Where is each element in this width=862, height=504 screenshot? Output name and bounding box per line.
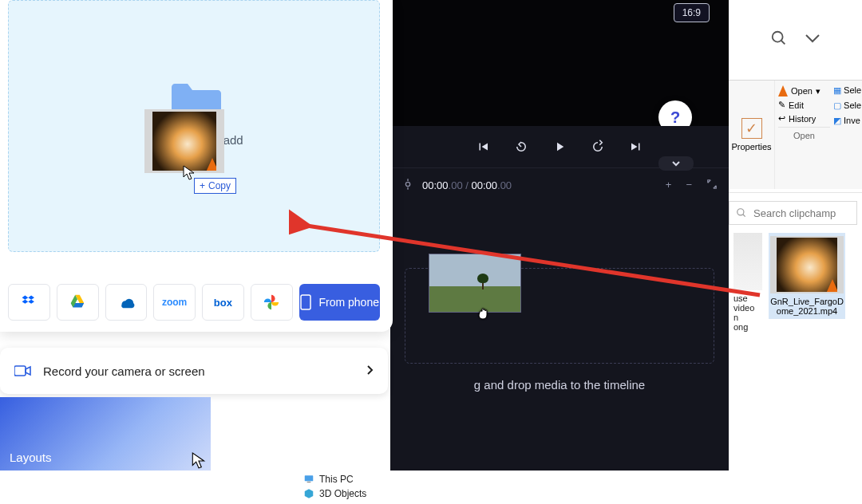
camera-icon — [14, 364, 32, 377]
svg-point-0 — [405, 182, 409, 186]
dropbox-source-button[interactable] — [8, 284, 50, 321]
tree-item[interactable]: This PC — [303, 472, 476, 486]
zoom-source-button[interactable]: zoom — [153, 284, 196, 321]
media-dropzone[interactable]: Drop media to add + Copy — [8, 0, 380, 252]
timeline-toolbar: 00:00.00 / 00:00.00 + − — [390, 167, 729, 203]
open-menu-button[interactable]: Open ▾ — [778, 85, 830, 96]
dragging-clip-thumbnail[interactable] — [429, 254, 521, 313]
timecode-display: 00:00.00 / 00:00.00 — [422, 179, 512, 191]
explorer-ribbon: ✓ Properties Open ▾ ✎ Edit ↩ History Ope… — [729, 81, 862, 189]
plus-icon: + — [200, 180, 205, 191]
box-source-button[interactable]: box — [202, 284, 244, 321]
explorer-file-grid: use video n ong GnR_Live_FargoDome_2021.… — [729, 225, 862, 340]
google-drive-source-button[interactable] — [57, 284, 99, 321]
cursor-icon — [192, 452, 206, 472]
import-sources-row: zoom box From phone — [8, 284, 380, 321]
cube-icon — [303, 488, 314, 499]
play-icon[interactable] — [552, 140, 567, 154]
media-import-panel: Drop media to add + Copy — [0, 0, 393, 332]
video-thumbnail — [770, 236, 844, 293]
checkmark-icon: ✓ — [741, 118, 762, 139]
video-editor-panel: 16:9 ? 00:00.00 / 00:00.00 + − — [390, 0, 729, 471]
history-icon: ↩ — [778, 113, 785, 124]
audio-icon[interactable] — [401, 178, 414, 193]
ribbon-group-label: Open — [778, 127, 830, 144]
explorer-tree-snippet: This PC 3D Objects — [299, 471, 480, 504]
skip-start-icon[interactable] — [476, 140, 490, 154]
tree-item[interactable]: 3D Objects — [303, 486, 476, 501]
invert-selection-button[interactable]: ◩ Inve — [833, 116, 862, 126]
chevron-right-icon — [366, 364, 374, 378]
dropdown-caret-icon: ▾ — [816, 86, 820, 96]
file-explorer-panel: ✓ Properties Open ▾ ✎ Edit ↩ History Ope… — [729, 0, 862, 504]
skip-end-icon[interactable] — [629, 140, 643, 154]
grab-cursor-icon — [476, 305, 494, 321]
explorer-search-input[interactable]: Search clipchamp — [729, 201, 857, 225]
fit-icon[interactable] — [706, 179, 718, 192]
svg-rect-3 — [305, 475, 314, 481]
google-photos-source-button[interactable] — [251, 284, 293, 321]
svg-point-6 — [737, 209, 744, 215]
layouts-tile[interactable]: Layouts — [0, 397, 211, 471]
aspect-ratio-badge[interactable]: 16:9 — [674, 3, 710, 22]
forward-5-icon[interactable] — [591, 140, 605, 154]
file-item-selected[interactable]: GnR_Live_FargoDome_2021.mp4 — [769, 233, 845, 319]
timeline-area[interactable]: g and drop media to the timeline — [390, 203, 729, 471]
search-icon — [736, 207, 747, 219]
layouts-label: Layouts — [10, 451, 52, 464]
svg-rect-1 — [301, 295, 310, 309]
from-phone-button[interactable]: From phone — [299, 284, 381, 321]
history-button[interactable]: ↩ History — [778, 113, 830, 124]
phone-icon — [300, 294, 311, 310]
select-all-button[interactable]: ▦ Sele — [833, 85, 862, 96]
svg-rect-4 — [307, 482, 311, 482]
edit-icon: ✎ — [778, 100, 785, 110]
zoom-in-icon[interactable]: + — [666, 179, 672, 192]
zoom-out-icon[interactable]: − — [686, 179, 692, 192]
properties-button[interactable]: ✓ Properties — [729, 81, 775, 189]
dragged-file-preview — [144, 109, 224, 173]
vlc-icon — [778, 85, 788, 96]
vlc-icon — [826, 279, 839, 293]
file-name-label: GnR_Live_FargoDome_2021.mp4 — [770, 297, 844, 316]
select-none-button[interactable]: ▢ Sele — [833, 100, 862, 111]
chevron-down-icon[interactable] — [804, 33, 821, 47]
copy-drop-badge: + Copy — [194, 178, 236, 194]
timeline-drop-caption: g and drop media to the timeline — [390, 378, 729, 392]
record-label: Record your camera or screen — [43, 364, 205, 378]
svg-rect-2 — [14, 366, 26, 376]
explorer-header — [729, 0, 862, 80]
file-item-partial[interactable]: use video n ong — [733, 233, 762, 332]
search-placeholder: Search clipchamp — [753, 207, 836, 219]
computer-icon — [303, 474, 314, 485]
search-icon[interactable] — [770, 30, 788, 50]
onedrive-source-button[interactable] — [105, 284, 148, 321]
edit-button[interactable]: ✎ Edit — [778, 100, 830, 110]
vlc-icon — [205, 158, 219, 173]
svg-point-5 — [772, 32, 782, 42]
rewind-5-icon[interactable] — [514, 140, 528, 154]
record-camera-screen-row[interactable]: Record your camera or screen — [0, 348, 388, 394]
